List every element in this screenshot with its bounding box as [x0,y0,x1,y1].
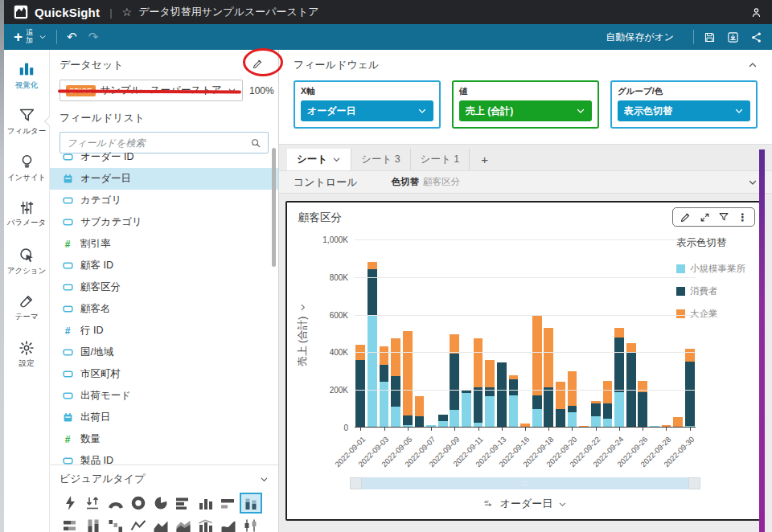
bar-segment[interactable] [603,403,613,419]
bar-segment[interactable] [403,331,413,415]
visual-type-area-stacked-icon[interactable] [172,515,195,532]
visual-card[interactable]: 顧客区分 ⋮ 表示色切替 小規模事業所消費者大企業 売上 (合計) 2022-0… [285,201,763,521]
visual-type-gauge-icon[interactable] [105,493,127,514]
stacked-bar[interactable] [626,343,636,428]
stacked-bar[interactable] [415,396,425,428]
bar-segment[interactable] [603,381,613,403]
stacked-bar[interactable] [544,328,553,428]
bar-segment[interactable] [509,379,519,395]
bar-segment[interactable] [474,338,483,387]
visual-type-bar-stacked-v-icon[interactable] [240,493,262,514]
sheet-tab[interactable]: シート [287,149,351,170]
field-item[interactable]: 出荷モード [50,385,278,407]
bar-segment[interactable] [368,262,377,269]
stacked-bar[interactable] [368,262,377,428]
sheet-tab[interactable]: シート 1 [410,149,470,170]
filter-visual-icon[interactable] [718,211,729,223]
control-name[interactable]: 色切替 [392,176,420,188]
export-icon[interactable] [727,31,739,43]
visual-type-box-plot-icon[interactable] [240,515,262,532]
field-item[interactable]: カテゴリ [50,190,278,211]
stacked-bar[interactable] [614,328,624,428]
favorite-star-icon[interactable]: ☆ [122,6,133,18]
sidebar-item-filter[interactable]: フィルター [4,107,49,153]
chevron-down-icon[interactable] [748,178,758,187]
stacked-bar[interactable] [355,345,365,428]
share-icon[interactable] [750,31,762,43]
stacked-bar[interactable] [638,381,647,428]
stacked-bar[interactable] [591,401,601,428]
field-item[interactable]: # 割引率 [50,233,278,255]
bar-segment[interactable] [391,338,400,376]
bar-segment[interactable] [474,387,483,423]
add-sheet-button[interactable]: + [469,149,499,170]
bar-segment[interactable] [591,403,601,416]
sidebar-item-theme[interactable]: テーマ [4,293,49,340]
bar-segment[interactable] [544,328,553,387]
bar-segment[interactable] [368,316,377,428]
well-pill[interactable]: 売上 (合計) [459,100,592,121]
bar-segment[interactable] [485,360,495,387]
bar-segment[interactable] [415,416,425,428]
purple-scrollbar-strip[interactable] [759,149,765,532]
bar-segment[interactable] [556,382,565,409]
undo-button[interactable]: ↶ [67,30,77,44]
stacked-bar[interactable] [497,362,507,428]
bar-segment[interactable] [532,409,542,428]
visual-type-combo-icon[interactable] [195,515,217,532]
bar-segment[interactable] [497,362,507,428]
bar-segment[interactable] [568,412,577,428]
field-item[interactable]: サブカテゴリ [50,211,278,233]
visual-type-pie-icon[interactable] [150,493,172,514]
bar-segment[interactable] [685,362,695,426]
quicksight-logo-icon[interactable] [14,5,28,19]
bar-segment[interactable] [626,343,636,353]
stacked-bar[interactable] [485,360,495,428]
bar-segment[interactable] [450,334,459,353]
field-item[interactable]: 国/地域 [50,342,278,363]
well-pill[interactable]: オーダー日 [301,100,433,121]
stacked-bar[interactable] [603,381,613,428]
visual-type-bar-h-icon[interactable] [172,493,195,514]
bar-segment[interactable] [380,365,389,382]
bar-segment[interactable] [556,409,565,427]
sheet-tab[interactable]: シート 3 [351,149,410,170]
stacked-bar[interactable] [556,382,565,428]
bar-segment[interactable] [614,338,624,392]
stacked-bar[interactable] [380,346,389,428]
stacked-bar[interactable] [403,331,413,428]
stacked-bar[interactable] [532,316,542,428]
add-button[interactable]: + 追加 [14,29,47,45]
bar-segment[interactable] [355,360,365,428]
stacked-bar[interactable] [438,415,448,428]
edit-dataset-pencil-icon[interactable] [252,58,264,70]
visual-type-auto-icon[interactable] [60,493,82,514]
bar-segment[interactable] [403,415,413,425]
redo-button[interactable]: ↷ [88,30,99,44]
bar-segment[interactable] [391,407,400,428]
bar-segment[interactable] [509,395,519,428]
bar-segment[interactable] [485,396,495,428]
bar-segment[interactable] [614,392,624,428]
scroll-handle-left[interactable] [350,477,362,489]
chevron-up-icon[interactable] [748,60,758,70]
maximize-icon[interactable] [700,212,710,223]
stacked-bar[interactable] [462,390,471,428]
sidebar-item-action[interactable]: アクション [4,247,49,293]
bar-segment[interactable] [391,376,400,407]
sidebar-item-settings[interactable]: 設定 [4,340,49,387]
visual-type-kpi-icon[interactable] [217,493,240,514]
field-item[interactable]: 顧客区分 [50,276,278,298]
visual-type-bar-stacked-h-icon[interactable] [60,515,82,532]
field-item[interactable]: 顧客名 [50,298,278,320]
sidebar-item-insight[interactable]: インサイト [4,153,49,200]
bar-segment[interactable] [591,416,601,428]
visual-type-line-icon[interactable] [127,515,150,532]
chevron-down-icon[interactable] [260,475,269,484]
bar-segment[interactable] [568,406,577,412]
field-item[interactable]: 顧客 ID [50,255,278,276]
well-pill[interactable]: 表示色切替 [618,100,750,121]
bar-segment[interactable] [450,354,459,410]
visual-type-area-icon[interactable] [150,515,172,532]
visual-type-line-area-icon[interactable] [217,515,240,532]
